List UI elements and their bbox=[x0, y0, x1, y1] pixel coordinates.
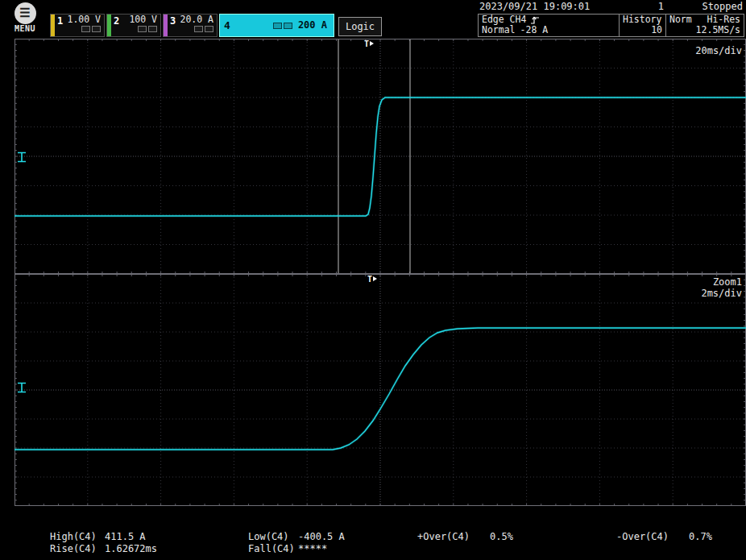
measurement-value: 0.7% bbox=[689, 531, 712, 542]
channel-4-button[interactable]: 4200 A bbox=[219, 14, 334, 37]
channel-scale-value: 100 V bbox=[129, 15, 157, 25]
zoom-waveform-area: T Zoom1 2ms/div bbox=[0, 274, 746, 506]
zoom-timebase-label: 2ms/div bbox=[701, 288, 742, 299]
channel-3-button[interactable]: 320.0 A bbox=[163, 14, 218, 37]
main-waveform-plot bbox=[15, 39, 746, 274]
measurement-item: Low(C4)-400.5 A bbox=[248, 531, 345, 543]
measurement-label: +Over(C4) bbox=[417, 531, 490, 543]
coupling-badge-icon bbox=[194, 26, 203, 32]
measurement-label: Rise(C4) bbox=[50, 543, 105, 555]
channel-body: 1.00 V bbox=[64, 15, 104, 36]
channel-1-button[interactable]: 11.00 V bbox=[50, 14, 105, 37]
channel-coupling-icons bbox=[81, 26, 101, 32]
datetime: 2023/09/21 19:09:01 bbox=[479, 1, 590, 12]
measurement-bar: High(C4)411.5 ARise(C4)1.62672msLow(C4)-… bbox=[0, 506, 746, 560]
status-area: 2023/09/21 19:09:01 1 Stopped Edge CH4 N… bbox=[478, 1, 744, 37]
measurement-item: Fall(C4)***** bbox=[248, 543, 345, 555]
trigger-position-marker[interactable]: T bbox=[364, 39, 374, 48]
measurement-column: High(C4)411.5 ARise(C4)1.62672ms bbox=[50, 531, 157, 555]
trigger-level: -28 A bbox=[520, 25, 549, 35]
channel-number: 2 bbox=[111, 15, 120, 36]
measurement-item: -Over(C4)0.7% bbox=[616, 531, 712, 543]
coupling-badge-icon bbox=[81, 26, 90, 32]
menu-label: MENU bbox=[6, 24, 44, 33]
measurement-item: +Over(C4)0.5% bbox=[417, 531, 513, 543]
impedance-badge-icon bbox=[92, 26, 101, 32]
menu-icon: ☰ bbox=[15, 2, 36, 24]
channel-body: 100 V bbox=[120, 15, 160, 36]
measurement-item: High(C4)411.5 A bbox=[50, 531, 157, 543]
coupling-badge-icon bbox=[138, 26, 147, 32]
zoom-title: Zoom1 bbox=[701, 276, 742, 288]
measurement-label: -Over(C4) bbox=[616, 531, 689, 543]
acquisition-info[interactable]: Norm Hi-Res 12.5MS/s bbox=[666, 15, 744, 36]
top-bar: ☰ MENU 11.00 V2100 V320.0 A4200 A Logic … bbox=[0, 0, 746, 39]
trigger-info[interactable]: Edge CH4 Normal -28 A bbox=[479, 15, 620, 36]
impedance-badge-icon bbox=[205, 26, 213, 32]
impedance-badge-icon bbox=[148, 26, 157, 32]
measurement-column: Low(C4)-400.5 AFall(C4)***** bbox=[248, 531, 345, 555]
sample-rate: 12.5MS/s bbox=[669, 25, 740, 35]
channel-number: 3 bbox=[168, 15, 176, 36]
rising-edge-icon bbox=[530, 15, 540, 25]
acquisition-mode: Norm bbox=[669, 15, 692, 25]
zoom-waveform-plot bbox=[15, 274, 746, 506]
zoom-trigger-position-marker[interactable]: T bbox=[367, 275, 377, 284]
channel-group: 11.00 V2100 V320.0 A4200 A bbox=[50, 14, 334, 37]
measurement-label: Low(C4) bbox=[248, 531, 298, 543]
channel-body: 20.0 A bbox=[176, 15, 217, 36]
measurement-label: Fall(C4) bbox=[248, 543, 298, 555]
measurement-label: High(C4) bbox=[50, 531, 105, 543]
main-waveform-area: T 20ms/div bbox=[0, 39, 746, 274]
channel-scale-value: 1.00 V bbox=[67, 15, 101, 25]
logic-button[interactable]: Logic bbox=[338, 17, 382, 36]
measurement-value: ***** bbox=[298, 543, 327, 554]
channel-scale-value: 20.0 A bbox=[180, 15, 213, 25]
impedance-badge-icon bbox=[284, 23, 292, 29]
measurement-item: Rise(C4)1.62672ms bbox=[50, 543, 157, 555]
channel-scale-value: 200 A bbox=[298, 20, 327, 31]
status-row-2: Edge CH4 Normal -28 A History 10 bbox=[478, 14, 744, 37]
history-info[interactable]: History 10 bbox=[620, 15, 666, 36]
zoom-labels: Zoom1 2ms/div bbox=[701, 276, 742, 299]
measurement-value: 0.5% bbox=[490, 531, 513, 542]
channel-coupling-icons bbox=[194, 26, 213, 32]
run-state: Stopped bbox=[702, 1, 743, 12]
channel-number: 1 bbox=[55, 15, 64, 36]
measurement-column: +Over(C4)0.5% bbox=[417, 531, 513, 543]
measurement-value: 411.5 A bbox=[105, 531, 146, 542]
channel-body: 200 A bbox=[234, 15, 334, 36]
menu-button[interactable]: ☰ MENU bbox=[6, 2, 44, 33]
coupling-badge-icon bbox=[273, 23, 282, 29]
measurement-column: -Over(C4)0.7% bbox=[616, 531, 712, 543]
measurement-value: -400.5 A bbox=[298, 531, 345, 542]
main-timebase-label: 20ms/div bbox=[695, 45, 742, 56]
oscilloscope-screen: ☰ MENU 11.00 V2100 V320.0 A4200 A Logic … bbox=[0, 0, 746, 560]
channel-coupling-icons bbox=[138, 26, 157, 32]
acquisition-count: 1 bbox=[658, 1, 664, 12]
channel-coupling-icons bbox=[273, 23, 292, 29]
status-row-1: 2023/09/21 19:09:01 1 Stopped bbox=[478, 1, 744, 13]
measurement-value: 1.62672ms bbox=[105, 543, 157, 554]
trigger-sweep: Normal bbox=[482, 25, 516, 35]
channel-number: 4 bbox=[220, 19, 234, 31]
channel-2-button[interactable]: 2100 V bbox=[106, 14, 161, 37]
history-value: 10 bbox=[623, 25, 662, 35]
